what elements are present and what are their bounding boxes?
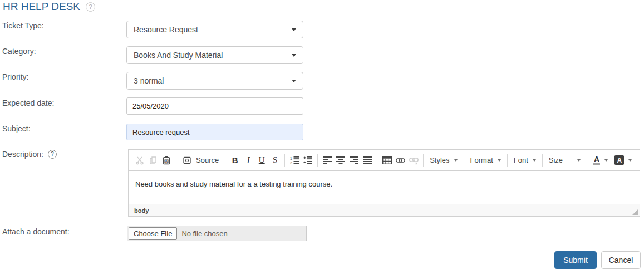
editor-status-bar: body xyxy=(129,204,640,216)
category-select[interactable]: Books And Study Material xyxy=(126,46,303,64)
source-button[interactable]: Source xyxy=(179,154,222,167)
chevron-down-icon xyxy=(604,159,608,162)
ticket-type-select[interactable]: Resource Request xyxy=(126,21,303,38)
toolbar-separator xyxy=(507,154,508,167)
svg-text:2: 2 xyxy=(290,161,292,165)
strikethrough-button[interactable]: S xyxy=(268,154,282,167)
chevron-down-icon xyxy=(577,159,581,162)
help-icon[interactable]: ? xyxy=(86,2,95,12)
toolbar-separator xyxy=(284,154,285,167)
description-editor: W Source B I U S 1 2 xyxy=(128,149,640,217)
link-icon[interactable] xyxy=(394,154,407,167)
toolbar-separator xyxy=(317,154,318,167)
toolbar-separator xyxy=(225,154,225,167)
attach-document-label: Attach a document: xyxy=(2,227,70,236)
ticket-type-selected-value: Resource Request xyxy=(134,25,198,34)
chevron-down-icon xyxy=(454,159,458,162)
toolbar-separator xyxy=(464,154,464,167)
text-color-icon[interactable]: A xyxy=(590,154,611,167)
hr-help-desk-page: { "header": { "title": "HR HELP DESK", "… xyxy=(0,0,644,274)
page-title: HR HELP DESK ? xyxy=(3,1,95,13)
align-center-icon[interactable] xyxy=(334,154,347,167)
chevron-down-icon xyxy=(533,159,536,162)
file-chosen-status: No file chosen xyxy=(181,229,227,238)
unlink-icon[interactable] xyxy=(407,154,420,167)
subject-input[interactable] xyxy=(126,124,303,140)
chevron-down-icon xyxy=(628,159,632,162)
toolbar-separator xyxy=(423,154,424,167)
priority-label: Priority: xyxy=(2,72,28,81)
description-label: Description: xyxy=(2,150,43,159)
page-title-text: HR HELP DESK xyxy=(3,1,80,13)
copy-icon[interactable] xyxy=(146,154,160,167)
align-right-icon[interactable] xyxy=(347,154,361,167)
category-label: Category: xyxy=(2,47,36,56)
submit-button[interactable]: Submit xyxy=(554,251,597,269)
priority-selected-value: 3 normal xyxy=(134,76,164,85)
toolbar-separator xyxy=(587,154,587,167)
background-color-icon[interactable]: A xyxy=(611,154,635,167)
font-dropdown[interactable]: Font xyxy=(510,154,539,167)
expected-date-label: Expected date: xyxy=(2,99,54,107)
editor-toolbar: W Source B I U S 1 2 xyxy=(129,150,640,171)
cancel-button[interactable]: Cancel xyxy=(601,251,641,269)
source-button-label: Source xyxy=(196,156,219,164)
justify-icon[interactable] xyxy=(361,154,374,167)
description-help-icon[interactable]: ? xyxy=(48,150,57,159)
description-label-row: Description: ? xyxy=(2,150,57,159)
bold-button[interactable]: B xyxy=(228,154,242,167)
underline-button[interactable]: U xyxy=(255,154,268,167)
expected-date-input[interactable] xyxy=(126,97,303,115)
subject-label: Subject: xyxy=(2,124,31,133)
toolbar-separator xyxy=(542,154,543,167)
choose-file-button[interactable]: Choose File xyxy=(129,227,177,240)
toolbar-separator xyxy=(377,154,377,167)
category-selected-value: Books And Study Material xyxy=(134,51,223,60)
resize-handle-icon[interactable] xyxy=(632,209,638,215)
chevron-down-icon xyxy=(292,80,296,82)
toolbar-separator xyxy=(176,154,176,167)
styles-dropdown[interactable]: Styles xyxy=(426,154,460,167)
align-left-icon[interactable] xyxy=(321,154,334,167)
chevron-down-icon xyxy=(292,54,296,57)
editor-content-area[interactable]: Need books and study material for a a te… xyxy=(129,171,640,204)
attach-file-input[interactable]: Choose File No file chosen xyxy=(127,226,307,241)
table-icon[interactable] xyxy=(380,154,394,167)
editor-text: Need books and study material for a a te… xyxy=(135,180,332,188)
bulleted-list-icon[interactable] xyxy=(301,154,314,167)
chevron-down-icon xyxy=(292,28,296,31)
paste-from-word-icon[interactable]: W xyxy=(160,154,173,167)
elements-path-body[interactable]: body xyxy=(134,207,149,214)
svg-text:1: 1 xyxy=(290,156,292,160)
chevron-down-icon xyxy=(498,159,501,162)
cut-icon[interactable] xyxy=(133,154,146,167)
format-dropdown[interactable]: Format xyxy=(467,154,504,167)
size-dropdown[interactable]: Size xyxy=(545,154,584,167)
priority-select[interactable]: 3 normal xyxy=(126,72,303,90)
italic-button[interactable]: I xyxy=(242,154,255,167)
ticket-type-label: Ticket Type: xyxy=(2,21,44,30)
numbered-list-icon[interactable]: 1 2 xyxy=(288,154,301,167)
